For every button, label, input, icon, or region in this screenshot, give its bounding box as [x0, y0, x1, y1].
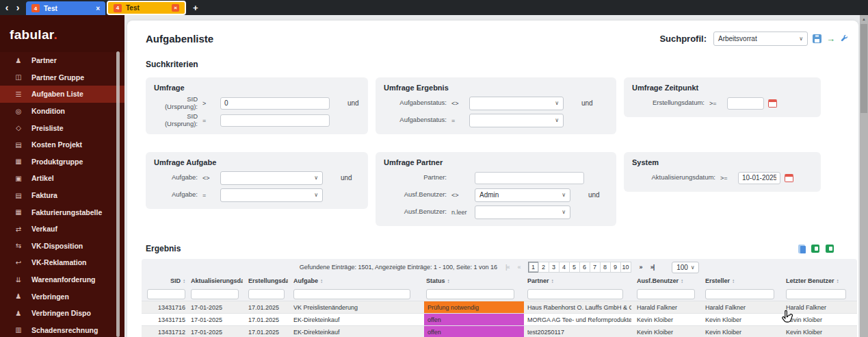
back-button[interactable]: ‹ — [1, 1, 12, 14]
column-header[interactable]: Aktualisierungsdatu↕ — [191, 277, 243, 284]
column-filter-input[interactable] — [705, 289, 774, 299]
column-header[interactable]: Letzter Benutzer↕ — [786, 277, 852, 284]
partner-input[interactable] — [475, 172, 584, 184]
people-group-icon: ◫ — [14, 73, 23, 81]
page-button[interactable]: 4 — [559, 262, 570, 273]
page-size-select[interactable]: 100∨ — [672, 262, 699, 273]
sidebar-item[interactable]: ▥ Schadensrechnung — [0, 322, 124, 337]
page-button[interactable]: 8 — [600, 262, 611, 273]
suchprofil-select[interactable]: Arbeitsvorrat ∨ — [713, 32, 808, 46]
cell-sid: 13431712 — [158, 329, 185, 336]
column-header[interactable]: Partner↕ — [527, 277, 631, 284]
page-button[interactable]: 3 — [549, 262, 560, 273]
aktualisierungsdatum-input[interactable] — [738, 172, 780, 184]
aufgabe-eq-select[interactable]: ∨ — [220, 188, 323, 202]
sidebar-item[interactable]: ▦ Fakturierungstabelle — [0, 203, 124, 221]
cell-ausf-benutzer: Kevin Kloiber — [637, 329, 700, 336]
column-header[interactable]: Aufgabe↕ — [293, 277, 421, 284]
sid-ursprung-eq-input[interactable] — [220, 114, 330, 127]
scroll-up-icon[interactable]: ▲ — [860, 15, 868, 21]
criteria-box-umfrage: Umfrage SID (Ursprung): > und SID (Urspr… — [146, 77, 368, 134]
excel-export-icon[interactable] — [811, 245, 819, 253]
column-filter-input[interactable] — [191, 289, 239, 299]
tab-test-2-active[interactable]: 4 Test × — [107, 1, 186, 15]
column-filter-input[interactable] — [786, 289, 846, 299]
sidebar-item-label: Schadensrechnung — [31, 326, 98, 334]
ausf-benutzer-ne-select[interactable]: Admin∨ — [475, 188, 570, 202]
column-header[interactable]: Status↕ — [426, 277, 522, 284]
aufgabe-ne-select[interactable]: ∨ — [220, 171, 323, 185]
sidebar-item[interactable]: ▤ Faktura — [0, 187, 124, 204]
table-row[interactable]: 13431715 17-01-2025 17.01.2025 EK-Direkt… — [142, 313, 857, 325]
page-button[interactable]: 9 — [610, 262, 621, 273]
close-icon[interactable]: × — [96, 5, 100, 12]
field-label: SID (Ursprung): — [154, 113, 198, 128]
calendar-icon[interactable] — [785, 174, 793, 182]
wrench-icon[interactable] — [840, 34, 849, 43]
prev-page-button[interactable]: « — [518, 264, 521, 271]
sidebar-item-label: Kondition — [31, 107, 65, 115]
table-row[interactable]: 13431716 17-01-2025 17.01.2025 VK Preisl… — [142, 301, 857, 313]
table-row[interactable]: 13431712 17-01-2025 17.01.2025 EK-Direkt… — [142, 325, 857, 337]
sidebar-scrollbar[interactable] — [116, 51, 120, 337]
page-button[interactable]: 5 — [569, 262, 580, 273]
column-filter-input[interactable] — [426, 289, 514, 299]
sidebar-item[interactable]: ◇ Preisliste — [0, 119, 124, 136]
page-button[interactable]: 1 — [528, 262, 539, 273]
erstellungsdatum-input[interactable] — [727, 97, 764, 110]
sidebar-item[interactable]: ◫ Partner Gruppe — [0, 69, 124, 86]
sidebar-item[interactable]: ▤ Kosten Projekt — [0, 136, 124, 153]
sidebar-item[interactable]: ▦ Produktgruppe — [0, 153, 124, 171]
aufgabenstatus-ne-select[interactable]: ∨ — [469, 97, 564, 110]
sidebar-item[interactable]: ☰ Aufgaben Liste — [0, 86, 124, 103]
sidebar-item[interactable]: ♟ Verbringen Dispo — [0, 305, 124, 322]
column-filter-input[interactable] — [527, 289, 623, 299]
scrollbar-thumb[interactable] — [860, 24, 867, 113]
column-filter-input[interactable] — [248, 289, 285, 299]
excel-export-icon-2[interactable] — [826, 245, 834, 253]
page-button[interactable]: 2 — [538, 262, 549, 273]
cell-aufgabe: VK Preislistenänderung — [293, 304, 421, 311]
copy-icon[interactable] — [798, 245, 805, 253]
page-scrollbar[interactable]: ▲ — [860, 15, 868, 337]
column-header[interactable]: Erstellungsdatur↕ — [248, 277, 288, 284]
column-header[interactable]: Ersteller↕ — [705, 277, 780, 284]
next-page-button[interactable]: » — [640, 264, 642, 271]
column-header[interactable]: Ausf.Benutzer↕ — [637, 277, 700, 284]
first-page-button[interactable]: |« — [505, 264, 510, 271]
sidebar-item[interactable]: ♟ Partner — [0, 52, 124, 69]
forward-button[interactable]: › — [12, 1, 23, 14]
tab-test-1[interactable]: 4 Test × — [26, 1, 105, 15]
field-label: Aktualisierungsdatum: — [632, 174, 715, 182]
sidebar-item-label: Preisliste — [31, 124, 64, 132]
last-page-button[interactable]: »| — [650, 264, 655, 271]
column-filter-input[interactable] — [637, 289, 695, 299]
sidebar-item[interactable]: ⇊ Warenanforderung — [0, 271, 124, 288]
page-button[interactable]: 7 — [590, 262, 601, 273]
column-filter-input[interactable] — [147, 289, 185, 299]
sidebar-item[interactable]: ↩ VK-Reklamation — [0, 254, 124, 271]
page-button[interactable]: 6 — [579, 262, 590, 273]
aufgabenstatus-eq-select[interactable]: ∨ — [469, 114, 564, 127]
sidebar-item[interactable]: ▣ Artikel — [0, 170, 124, 187]
task-list-icon: ☰ — [14, 90, 23, 98]
column-header[interactable]: SID↕ — [170, 277, 185, 284]
calendar-icon[interactable] — [768, 99, 777, 108]
field-label: Aufgabenstatus: — [384, 99, 447, 107]
table-body: 13431716 17-01-2025 17.01.2025 VK Preisl… — [142, 301, 857, 337]
save-profile-icon[interactable] — [813, 34, 821, 43]
run-search-icon[interactable]: → — [826, 34, 835, 43]
sidebar-item[interactable]: ⇄ Verkauf — [0, 221, 124, 238]
sidebar-item-label: Fakturierungstabelle — [31, 208, 102, 216]
page-button[interactable]: 10 — [620, 262, 631, 273]
cell-erstellungsdatum: 17.01.2025 — [248, 316, 288, 323]
new-tab-button[interactable]: + — [193, 3, 198, 13]
sidebar-item[interactable]: ◎ Kondition — [0, 103, 124, 120]
sidebar-item[interactable]: ⇆ VK-Disposition — [0, 238, 124, 255]
close-icon[interactable]: × — [172, 4, 179, 12]
ausf-benutzer-nleer-select[interactable]: ∨ — [475, 205, 570, 219]
sidebar-item[interactable]: ♟ Verbringen — [0, 288, 124, 305]
article-icon: ▣ — [14, 175, 23, 182]
column-filter-input[interactable] — [293, 289, 410, 299]
sid-ursprung-gt-input[interactable] — [220, 97, 330, 110]
